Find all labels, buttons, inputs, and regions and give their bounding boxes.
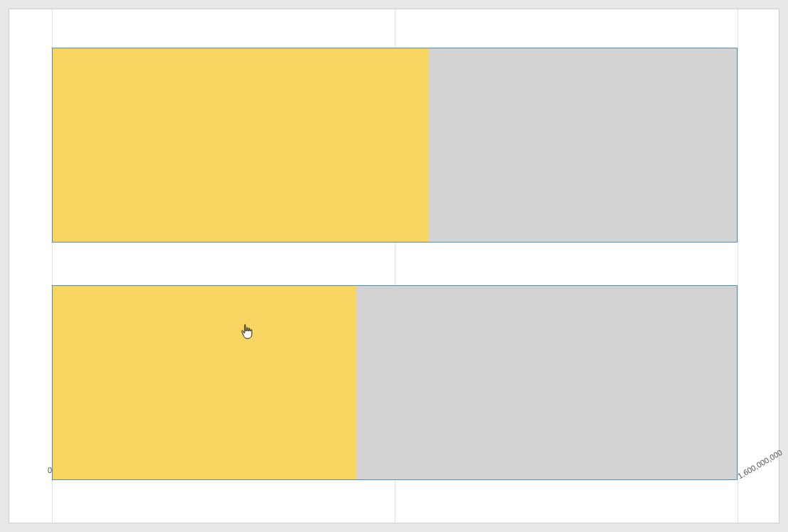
plot-area[interactable]: 0 1,600,000,000 — [52, 48, 738, 480]
chart-panel: 0 1,600,000,000 — [9, 9, 779, 523]
bar-row-1[interactable] — [52, 48, 738, 243]
bar-row-2[interactable] — [52, 285, 738, 480]
bar-row-2-highlight[interactable] — [53, 286, 356, 479]
x-axis-tick-start: 0 — [48, 466, 52, 474]
bar-row-1-highlight[interactable] — [53, 48, 429, 242]
gridline — [738, 9, 738, 524]
x-axis-tick-end: 1,600,000,000 — [736, 448, 784, 481]
